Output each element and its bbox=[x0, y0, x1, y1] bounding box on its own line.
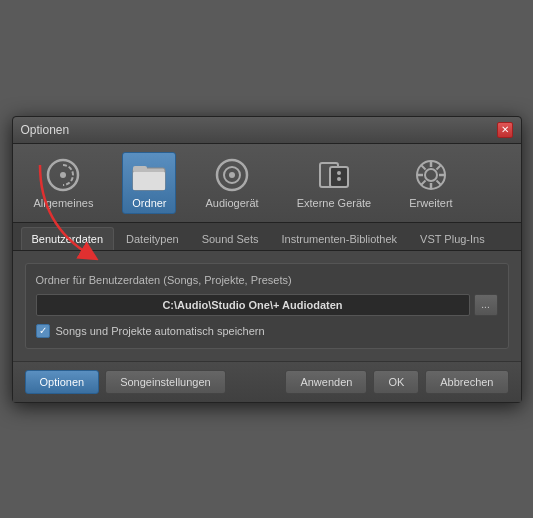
window-title: Optionen bbox=[21, 123, 70, 137]
svg-point-1 bbox=[60, 172, 66, 178]
toolbar-item-externe-geraete[interactable]: Externe Geräte bbox=[288, 152, 381, 214]
svg-point-8 bbox=[229, 172, 235, 178]
content-area: Benutzerdaten Dateitypen Sound Sets Inst… bbox=[13, 223, 521, 361]
audio-icon bbox=[214, 157, 250, 193]
toolbar-label-allgemeines: Allgemeines bbox=[34, 197, 94, 209]
checkmark-icon: ✓ bbox=[39, 326, 47, 336]
tab-dateitypen[interactable]: Dateitypen bbox=[115, 227, 190, 250]
svg-line-20 bbox=[436, 180, 441, 185]
toolbar-item-allgemeines[interactable]: Allgemeines bbox=[25, 152, 103, 214]
toolbar-item-audiogeraet[interactable]: Audiogerät bbox=[196, 152, 267, 214]
toolbar-label-externe-geraete: Externe Geräte bbox=[297, 197, 372, 209]
tab-instrumenten-bibliothek[interactable]: Instrumenten-Bibliothek bbox=[271, 227, 409, 250]
auto-save-label: Songs und Projekte automatisch speichern bbox=[56, 325, 265, 337]
toolbar-label-audiogeraet: Audiogerät bbox=[205, 197, 258, 209]
bottom-bar: Optionen Songeinstellungen Anwenden OK A… bbox=[13, 361, 521, 402]
main-panel: Ordner für Benutzerdaten (Songs, Projekt… bbox=[13, 251, 521, 361]
tab-sound-sets[interactable]: Sound Sets bbox=[191, 227, 270, 250]
advanced-icon bbox=[413, 157, 449, 193]
folder-box: Ordner für Benutzerdaten (Songs, Projekt… bbox=[25, 263, 509, 349]
external-icon bbox=[316, 157, 352, 193]
title-bar: Optionen ✕ bbox=[13, 117, 521, 144]
svg-line-21 bbox=[436, 165, 441, 170]
svg-point-14 bbox=[425, 169, 437, 181]
toolbar-item-ordner[interactable]: Ordner bbox=[122, 152, 176, 214]
path-input[interactable] bbox=[36, 294, 470, 316]
folder-icon bbox=[131, 157, 167, 193]
auto-save-row: ✓ Songs und Projekte automatisch speiche… bbox=[36, 324, 498, 338]
tabs-bar: Benutzerdaten Dateitypen Sound Sets Inst… bbox=[13, 223, 521, 251]
auto-save-checkbox[interactable]: ✓ bbox=[36, 324, 50, 338]
toolbar-label-ordner: Ordner bbox=[132, 197, 166, 209]
browse-button[interactable]: ... bbox=[474, 294, 498, 316]
svg-rect-5 bbox=[133, 166, 147, 172]
path-row: ... bbox=[36, 294, 498, 316]
abbrechen-button[interactable]: Abbrechen bbox=[425, 370, 508, 394]
options-window: Optionen ✕ Allgemeines bbox=[12, 116, 522, 403]
toolbar-item-erweitert[interactable]: Erweitert bbox=[400, 152, 461, 214]
svg-line-19 bbox=[421, 165, 426, 170]
tab-benutzerdaten[interactable]: Benutzerdaten bbox=[21, 227, 115, 250]
songeinstellungen-button[interactable]: Songeinstellungen bbox=[105, 370, 226, 394]
svg-point-12 bbox=[337, 177, 341, 181]
svg-point-11 bbox=[337, 171, 341, 175]
folder-box-label: Ordner für Benutzerdaten (Songs, Projekt… bbox=[36, 274, 498, 286]
anwenden-button[interactable]: Anwenden bbox=[285, 370, 367, 394]
close-button[interactable]: ✕ bbox=[497, 122, 513, 138]
toolbar: Allgemeines Ordner bbox=[13, 144, 521, 223]
ok-button[interactable]: OK bbox=[373, 370, 419, 394]
optionen-button[interactable]: Optionen bbox=[25, 370, 100, 394]
general-icon bbox=[45, 157, 81, 193]
tab-vst-plug-ins[interactable]: VST Plug-Ins bbox=[409, 227, 496, 250]
toolbar-label-erweitert: Erweitert bbox=[409, 197, 452, 209]
svg-line-22 bbox=[421, 180, 426, 185]
svg-rect-4 bbox=[133, 172, 165, 190]
